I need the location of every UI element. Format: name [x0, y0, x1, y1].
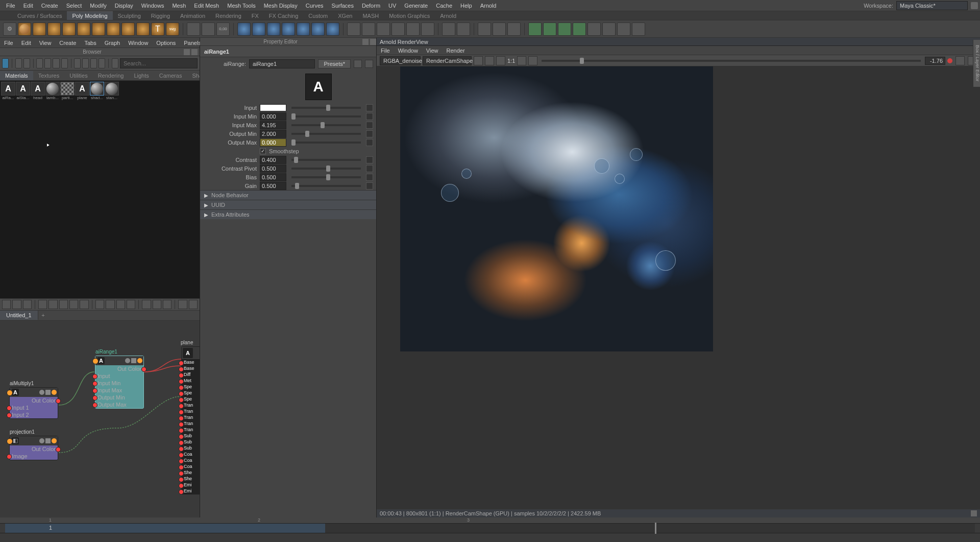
- rv-exposure-slider[interactable]: [542, 60, 921, 62]
- attr-inputmax-slider[interactable]: [291, 124, 361, 126]
- browser-btn-5[interactable]: [53, 58, 59, 68]
- rv-save-icon[interactable]: [517, 56, 526, 65]
- menu-cache[interactable]: Cache: [432, 3, 456, 9]
- hs-menu-graph[interactable]: Graph: [101, 40, 125, 46]
- shelf-tab-rendering[interactable]: Rendering: [210, 12, 247, 20]
- graph-tab-untitled[interactable]: Untitled_1: [0, 311, 38, 320]
- shelf-blue-3[interactable]: [267, 22, 280, 36]
- nt-btn[interactable]: [163, 300, 172, 309]
- shelf-tool-coords[interactable]: 0,00: [216, 22, 230, 36]
- menu-uv[interactable]: UV: [384, 3, 400, 9]
- render-image[interactable]: [377, 66, 980, 509]
- shelf-blue-7[interactable]: [326, 22, 339, 36]
- rv-crosshair-icon[interactable]: [474, 56, 483, 65]
- node-port[interactable]: Coa: [182, 451, 200, 457]
- time-ruler[interactable]: 1 2 3: [0, 517, 980, 524]
- shelf-blue-5[interactable]: [297, 22, 310, 36]
- browser-btn-2[interactable]: [23, 58, 30, 68]
- prop-show-icon[interactable]: [354, 60, 362, 68]
- poly-cylinder-icon[interactable]: [47, 22, 61, 36]
- browser-btn-on[interactable]: [2, 58, 9, 68]
- browser-btn-3[interactable]: [36, 58, 43, 68]
- menu-select[interactable]: Select: [62, 3, 86, 9]
- node-port-outcolor[interactable]: Out Color: [10, 445, 58, 453]
- swatch-item[interactable]: Ahead: [31, 82, 45, 100]
- shelf-tab-arnold[interactable]: Arnold: [435, 12, 461, 20]
- swatch-item[interactable]: lamb...: [45, 82, 60, 100]
- menu-meshdisplay[interactable]: Mesh Display: [260, 3, 302, 9]
- nt-btn[interactable]: [69, 300, 78, 309]
- prop-hide-icon[interactable]: [365, 60, 373, 68]
- menu-modify[interactable]: Modify: [86, 3, 110, 9]
- shelf-edit-3[interactable]: [507, 22, 521, 36]
- browser-tab-shadinggr[interactable]: Shading Gr: [187, 71, 200, 80]
- node-port[interactable]: Met: [182, 378, 200, 384]
- shelf-bool-8[interactable]: [632, 22, 645, 36]
- shelf-tab-motiongraphics[interactable]: Motion Graphics: [384, 12, 435, 20]
- presets-button[interactable]: Presets*: [318, 59, 351, 68]
- node-port[interactable]: Tran: [182, 427, 200, 433]
- shelf-tab-polymodeling[interactable]: Poly Modeling: [67, 11, 112, 20]
- nt-btn[interactable]: [142, 300, 151, 309]
- prop-popout-icon[interactable]: [362, 39, 369, 45]
- menu-help[interactable]: Help: [456, 3, 476, 9]
- shelf-tool-2[interactable]: [202, 22, 215, 36]
- node-port[interactable]: Tran: [182, 414, 200, 420]
- swatch-item[interactable]: Aplane: [75, 82, 89, 100]
- shelf-bool-7[interactable]: [617, 22, 630, 36]
- menu-create[interactable]: Create: [37, 3, 62, 9]
- menu-surfaces[interactable]: Surfaces: [328, 3, 358, 9]
- browser-tab-rendering[interactable]: Rendering: [93, 71, 129, 80]
- hs-menu-window[interactable]: Window: [124, 40, 152, 46]
- node-port[interactable]: Tran: [182, 420, 200, 427]
- shelf-tab-curves[interactable]: Curves / Surfaces: [12, 12, 67, 20]
- workspace-select[interactable]: Maya Classic*: [896, 1, 968, 10]
- node-port[interactable]: She: [182, 469, 200, 476]
- menu-editmesh[interactable]: Edit Mesh: [190, 3, 223, 9]
- node-port-outputmin[interactable]: Output Min: [95, 394, 143, 401]
- shelf-edit-1[interactable]: [478, 22, 491, 36]
- nt-btn[interactable]: [23, 300, 32, 309]
- node-plane[interactable]: plane A BaseBaseDiffMetSpeSpeSpeTranTran…: [181, 346, 200, 494]
- hs-menu-file[interactable]: File: [0, 40, 17, 46]
- node-port[interactable]: Tran: [182, 402, 200, 408]
- nt-btn[interactable]: [80, 300, 88, 309]
- attr-map-icon[interactable]: [366, 122, 373, 129]
- rv-ipr-icon[interactable]: [955, 56, 965, 65]
- rv-region-icon[interactable]: [485, 56, 494, 65]
- node-port-inputmin[interactable]: Input Min: [95, 380, 143, 387]
- rv-menu-window[interactable]: Window: [394, 48, 422, 54]
- shelf-tab-sculpting[interactable]: Sculpting: [113, 12, 146, 20]
- node-port[interactable]: Spe: [182, 390, 200, 396]
- shelf-tab-fxcaching[interactable]: FX Caching: [264, 12, 303, 20]
- attr-map-icon[interactable]: [366, 182, 373, 190]
- attr-map-icon[interactable]: [366, 104, 373, 111]
- attr-contrast-value[interactable]: [260, 156, 286, 164]
- nt-btn[interactable]: [48, 300, 57, 309]
- attr-inputmin-slider[interactable]: [291, 115, 361, 117]
- rv-record-icon[interactable]: [947, 58, 952, 63]
- section-extraattributes[interactable]: ▶Extra Attributes: [200, 209, 376, 219]
- shelf-bool-1[interactable]: [528, 22, 542, 36]
- attr-input-color[interactable]: [260, 104, 286, 111]
- swatch-item[interactable]: AaiRa...: [1, 82, 15, 100]
- browser-btn-1[interactable]: [15, 58, 22, 68]
- nt-btn[interactable]: [127, 300, 135, 309]
- node-port[interactable]: Base: [182, 359, 200, 365]
- rv-status-icon[interactable]: [971, 510, 977, 516]
- swatch-item[interactable]: stan...: [105, 82, 119, 100]
- menu-meshtools[interactable]: Mesh Tools: [223, 3, 259, 9]
- node-airange1[interactable]: aiRange1 A Out Color Input Input Min Inp…: [95, 356, 144, 409]
- attr-inputmax-value[interactable]: [260, 121, 286, 129]
- browser-btn-4[interactable]: [44, 58, 51, 68]
- poly-plane-icon[interactable]: [92, 22, 105, 36]
- nt-btn[interactable]: [12, 300, 21, 309]
- node-port-inputmax[interactable]: Input Max: [95, 387, 143, 394]
- browser-btn-9[interactable]: [90, 58, 97, 68]
- section-uuid[interactable]: ▶UUID: [200, 200, 376, 209]
- browser-tab-cameras[interactable]: Cameras: [154, 71, 187, 80]
- shelf-tab-fx[interactable]: FX: [247, 12, 264, 20]
- attr-map-icon[interactable]: [366, 130, 373, 137]
- attr-gain-value[interactable]: [260, 182, 286, 190]
- attr-input-slider[interactable]: [291, 107, 361, 109]
